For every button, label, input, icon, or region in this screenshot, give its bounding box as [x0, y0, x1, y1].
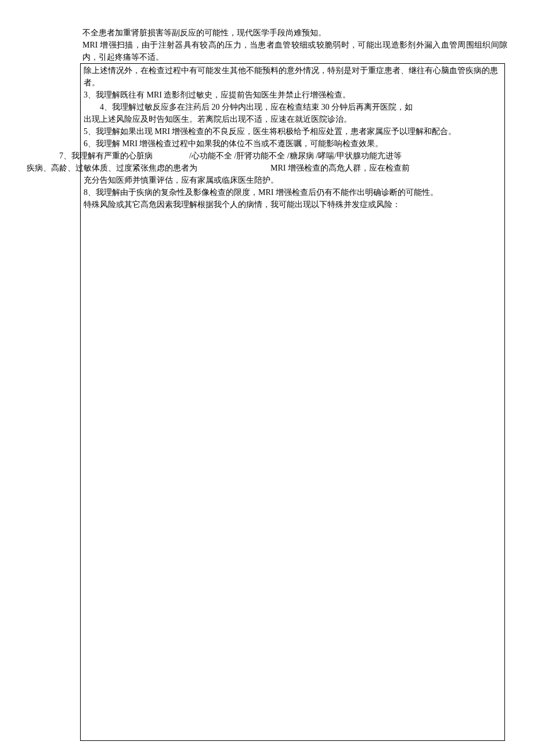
special-risk: 特殊风险或其它高危因素我理解根据我个人的病情，我可能出现以下特殊并发症或风险：	[84, 198, 400, 211]
item-4: 4、我理解过敏反应多在注药后 20 分钟内出现，应在检查结束 30 分钟后再离开…	[100, 101, 413, 113]
item-6: 6、我理解 MRI 增强检查过程中如果我的体位不当或不遵医嘱，可能影响检查效果。	[84, 138, 383, 150]
body-text-line2: MRI 增强扫描，由于注射器具有较高的压力，当患者血管较细或较脆弱时，可能出现造…	[82, 39, 507, 63]
item-7-part-b: /心功能不全 /肝肾功能不全 /糖尿病 /哮喘/甲状腺功能亢进等	[189, 150, 402, 162]
item-7-line2-b: MRI 增强检查的高危人群，应在检查前	[270, 162, 410, 174]
item-7-line2-a: 疾病、高龄、过敏体质、过度紧张焦虑的患者为	[27, 162, 197, 174]
item-7-line3: 充分告知医师并慎重评估，应有家属或临床医生陪护。	[84, 174, 279, 186]
body-text-line1: 不全患者加重肾脏损害等副反应的可能性，现代医学手段尚难预知。	[82, 27, 507, 39]
item-7-part-a: 7、我理解有严重的心脏病	[59, 150, 153, 162]
item-5: 5、我理解如果出现 MRI 增强检查的不良反应，医生将积极给予相应处置，患者家属…	[84, 125, 456, 138]
item-4-cont: 出现上述风险应及时告知医生。若离院后出现不适，应速在就近医院诊治。	[84, 113, 352, 125]
item-8: 8、我理解由于疾病的复杂性及影像检查的限度，MRI 增强检查后仍有不能作出明确诊…	[84, 186, 438, 198]
item-3: 3、我理解既往有 MRI 造影剂过敏史，应提前告知医生并禁止行增强检查。	[84, 89, 351, 101]
boxed-note: 除上述情况外，在检查过程中有可能发生其他不能预料的意外情况，特别是对于重症患者、…	[84, 64, 501, 89]
